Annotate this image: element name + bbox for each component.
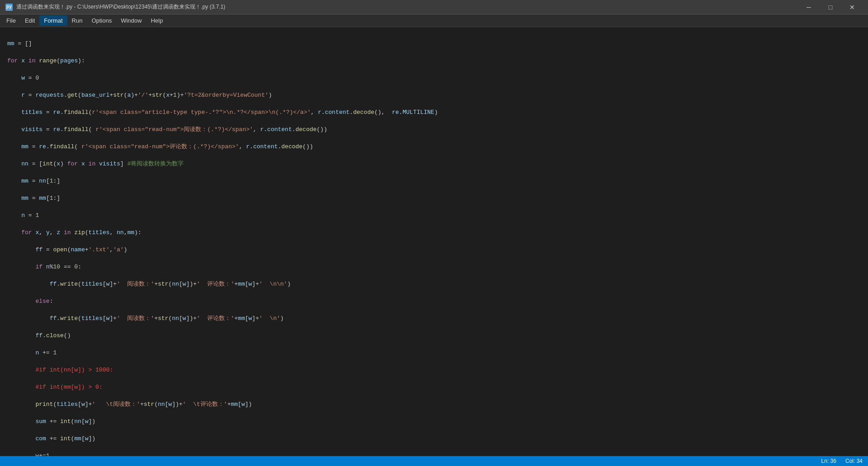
menu-edit[interactable]: Edit [20, 15, 39, 26]
close-button[interactable]: ✕ [842, 0, 863, 14]
minimize-button[interactable]: ─ [798, 0, 819, 14]
main-window: py 通过调函数来实现！.py - C:\Users\HWP\Desktop\1… [0, 0, 868, 466]
menu-help[interactable]: Help [146, 15, 167, 26]
status-bar: Ln: 36 Col: 34 [0, 456, 868, 466]
menu-bar: File Edit Format Run Options Window Help [0, 14, 868, 27]
maximize-button[interactable]: □ [820, 0, 841, 14]
menu-file[interactable]: File [2, 15, 20, 26]
menu-format[interactable]: Format [39, 15, 67, 26]
line-status: Ln: 36 [821, 458, 836, 464]
col-status: Col: 34 [845, 458, 863, 464]
menu-window[interactable]: Window [116, 15, 146, 26]
menu-run[interactable]: Run [67, 15, 87, 26]
app-icon: py [5, 4, 13, 11]
window-title: 通过调函数来实现！.py - C:\Users\HWP\Desktop\1234… [16, 3, 225, 11]
window-controls[interactable]: ─ □ ✕ [798, 0, 863, 14]
editor-area: mm = [] for x in range(pages): w = 0 r =… [0, 27, 868, 456]
code-editor[interactable]: mm = [] for x in range(pages): w = 0 r =… [0, 27, 868, 456]
title-bar: py 通过调函数来实现！.py - C:\Users\HWP\Desktop\1… [0, 0, 868, 14]
title-bar-left: py 通过调函数来实现！.py - C:\Users\HWP\Desktop\1… [5, 3, 225, 11]
menu-options[interactable]: Options [87, 15, 116, 26]
